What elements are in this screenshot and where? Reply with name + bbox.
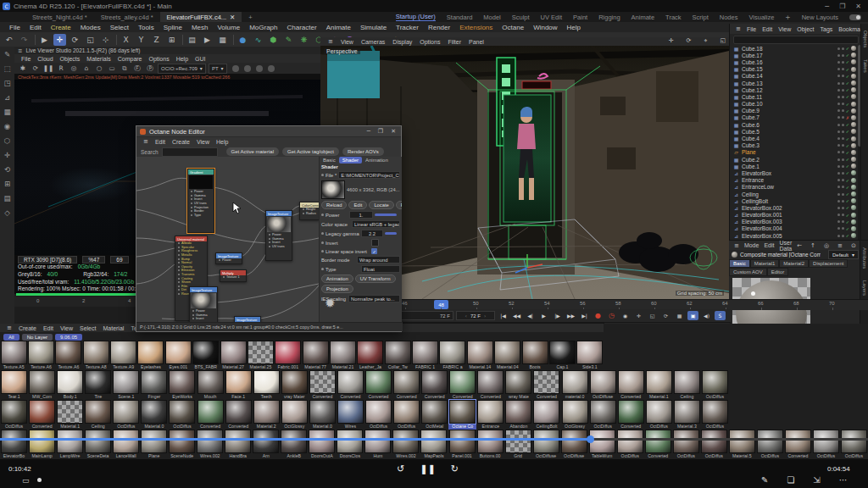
- lv-menu-options[interactable]: Options: [149, 56, 170, 62]
- object-row[interactable]: ⊿ElevatorBox.001✓: [730, 212, 859, 219]
- live-viewer-header[interactable]: ≡ Live Viewer Studio 2021.1.5-(R2) (86 d…: [14, 47, 320, 54]
- object-row[interactable]: ⊿ElevatorBox.005✓: [730, 232, 859, 239]
- material-thumbnail[interactable]: [309, 370, 336, 394]
- visibility-dot[interactable]: [837, 54, 840, 57]
- material-tile[interactable]: Material.77: [302, 341, 329, 370]
- enabled-check-icon[interactable]: ✓: [846, 157, 849, 162]
- material-tile[interactable]: Converted: [337, 370, 364, 400]
- minimize-icon[interactable]: ─: [825, 3, 829, 10]
- material-thumbnail[interactable]: [449, 370, 476, 394]
- material-tile[interactable]: DoorsClos: [336, 430, 364, 459]
- material-tile[interactable]: Grid: [504, 430, 532, 459]
- visibility-dot[interactable]: [837, 227, 840, 230]
- ne-minimize-icon[interactable]: ─: [367, 128, 370, 135]
- palette-icon-7[interactable]: ✛: [2, 150, 13, 160]
- material-tile[interactable]: Material.3: [673, 400, 701, 430]
- material-tile[interactable]: OctDiffus: [672, 430, 700, 459]
- material-tile[interactable]: Material.14: [466, 341, 493, 370]
- ne-tab-basic[interactable]: Basic: [320, 157, 339, 164]
- material-tile[interactable]: Converted: [364, 370, 392, 400]
- scale-tool-icon[interactable]: ◱: [84, 34, 97, 46]
- material-thumbnail[interactable]: [83, 341, 109, 364]
- palette-icon-1[interactable]: ⬚: [2, 64, 13, 74]
- visibility-dot[interactable]: [837, 96, 840, 98]
- enabled-check-icon[interactable]: ✓: [846, 87, 849, 92]
- ne-menu-create[interactable]: Create: [172, 139, 190, 145]
- material-sphere-icon[interactable]: [851, 108, 856, 114]
- visibility-dot[interactable]: [837, 193, 840, 196]
- node-editor-titlebar[interactable]: Octane Node Editor ─ ❐ ✕: [136, 126, 401, 137]
- material-thumbnail[interactable]: [303, 341, 329, 364]
- material-thumbnail[interactable]: [1, 341, 27, 364]
- object-row[interactable]: ⊿ElevatorBox.004✓: [730, 225, 859, 232]
- object-row[interactable]: ▦Cube.14✓: [730, 73, 859, 80]
- material-tile[interactable]: Converted: [309, 370, 337, 400]
- material-sphere-icon[interactable]: [851, 219, 856, 225]
- enabled-check-icon[interactable]: ✓: [846, 170, 849, 175]
- material-thumbnail[interactable]: [702, 370, 728, 394]
- material-tile[interactable]: AnkleB: [280, 430, 308, 459]
- material-thumbnail[interactable]: [467, 341, 493, 364]
- palette-icon-11[interactable]: ◇: [2, 208, 13, 218]
- material-thumbnail[interactable]: [29, 370, 55, 394]
- ne-menu-edit[interactable]: Edit: [155, 139, 165, 145]
- material-thumbnail[interactable]: [365, 400, 392, 424]
- linear-space-invert-checkbox[interactable]: ✓: [371, 248, 377, 254]
- lv-tool-icon-3[interactable]: R: [56, 64, 66, 73]
- material-thumbnail[interactable]: [253, 400, 280, 424]
- live-selection-icon[interactable]: ▶: [38, 34, 51, 46]
- menu-item-octane[interactable]: Octane: [502, 24, 524, 31]
- pill-projection[interactable]: Projection: [321, 285, 353, 293]
- object-row[interactable]: ⊿Ceiling✓: [730, 191, 859, 197]
- om-menu-view[interactable]: View: [778, 26, 791, 32]
- render-view-icon[interactable]: ▤: [186, 34, 198, 46]
- visibility-dot[interactable]: [837, 68, 840, 70]
- subdivide-icon[interactable]: ⬢: [267, 34, 280, 46]
- ne-menu-help[interactable]: Help: [216, 139, 228, 145]
- visibility-dot[interactable]: [837, 130, 840, 133]
- material-sphere-icon[interactable]: [851, 53, 856, 58]
- record-icon-7[interactable]: ▣: [687, 311, 698, 320]
- enabled-check-icon[interactable]: ✓: [846, 213, 849, 218]
- am-right-icon-1[interactable]: ↑: [810, 242, 815, 249]
- material-thumbnail[interactable]: [674, 370, 700, 394]
- material-tile[interactable]: Material.2: [253, 400, 281, 430]
- lv-menu-gui[interactable]: GUI: [195, 56, 205, 62]
- layout-item[interactable]: Rigging: [598, 14, 620, 21]
- render-dot[interactable]: [842, 172, 844, 175]
- rotate-tool-icon[interactable]: ⟳: [69, 34, 81, 46]
- material-tile[interactable]: Texture.A9: [109, 341, 136, 370]
- render-picture-viewer-icon[interactable]: ▶: [201, 34, 214, 46]
- solo-button[interactable]: S: [715, 311, 726, 320]
- material-tile[interactable]: Material.0: [140, 400, 168, 430]
- pen-icon[interactable]: ✎: [282, 34, 295, 46]
- vp-menu-display[interactable]: Display: [392, 39, 412, 45]
- material-thumbnail[interactable]: [590, 400, 616, 424]
- current-frame-field[interactable]: ‹72 F›: [456, 311, 495, 320]
- material-tile[interactable]: Plane: [140, 430, 168, 459]
- move-tool-icon[interactable]: ✛: [53, 34, 66, 46]
- material-tile[interactable]: Material.25: [247, 341, 274, 370]
- material-thumbnail[interactable]: [562, 400, 588, 424]
- side-tab-takes[interactable]: Takes: [863, 54, 868, 78]
- object-row[interactable]: ⊿ElevatorBox✓: [730, 169, 859, 176]
- material-tile[interactable]: ElevatorBo: [0, 430, 28, 459]
- document-tab[interactable]: ElevatorFullFBX.c4...✕: [160, 12, 242, 22]
- material-tile[interactable]: OctDiffus: [700, 430, 728, 459]
- x-axis-lock[interactable]: X: [120, 34, 132, 46]
- material-thumbnail[interactable]: [562, 370, 588, 394]
- lv-tool-icon-2[interactable]: ❚❚: [43, 64, 53, 73]
- menu-item-edit[interactable]: Edit: [30, 24, 42, 31]
- material-tile[interactable]: Wires.002: [392, 430, 420, 459]
- object-row[interactable]: ▦Cube.16✓: [730, 58, 859, 65]
- lv-round-button-0[interactable]: [232, 65, 239, 72]
- material-sphere-icon[interactable]: [851, 122, 856, 127]
- ne-button-0[interactable]: Get Active material: [226, 147, 279, 156]
- material-thumbnail[interactable]: [439, 341, 465, 364]
- pill-uv-transform[interactable]: UV Transform: [355, 274, 396, 283]
- material-sphere-icon[interactable]: [851, 191, 856, 197]
- object-row[interactable]: ▦Cube.17✓: [730, 52, 859, 58]
- visibility-dot[interactable]: [837, 75, 840, 77]
- object-row[interactable]: ▦Cube.9✓: [730, 108, 859, 114]
- material-thumbnail[interactable]: [813, 430, 839, 453]
